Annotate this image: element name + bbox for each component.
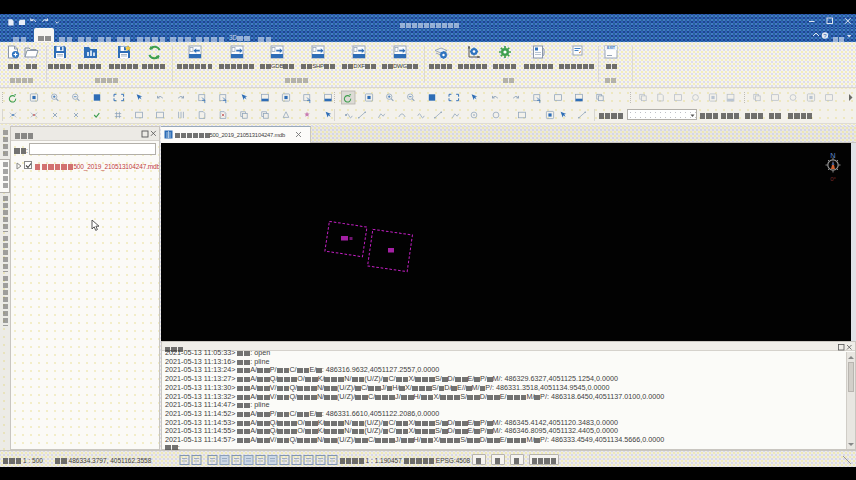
- svg-text:EXIT: EXIT: [607, 46, 616, 50]
- svg-text:0°: 0°: [830, 176, 836, 182]
